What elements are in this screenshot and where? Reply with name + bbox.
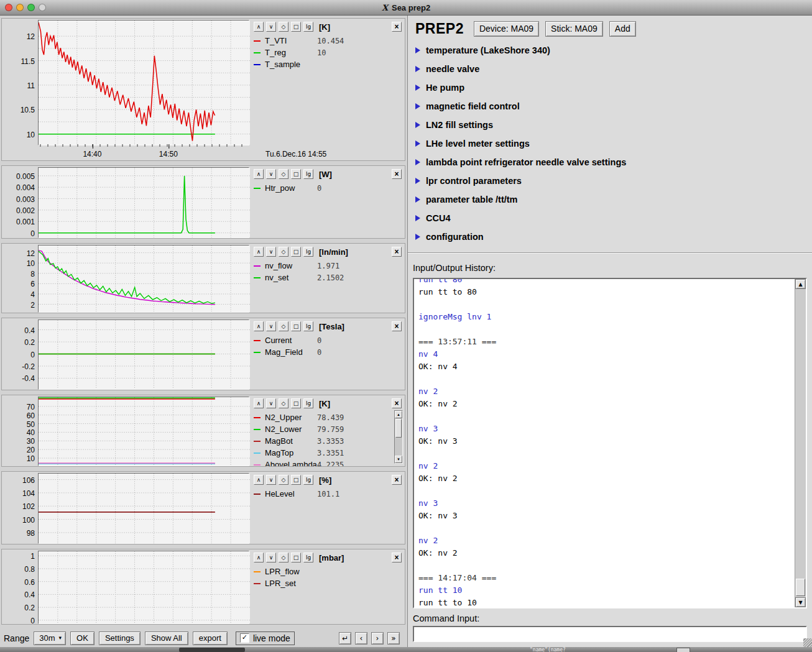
resize-grip[interactable] <box>803 638 812 647</box>
legend-entry[interactable]: Htr_pow0 <box>254 182 404 194</box>
down-arrow-button[interactable]: ∨ <box>266 553 276 562</box>
log-scale-button[interactable]: lg <box>303 475 313 485</box>
autoscale-button[interactable]: □ <box>291 247 301 257</box>
close-button[interactable]: × <box>392 22 402 32</box>
show-all-button[interactable]: Show All <box>145 631 188 645</box>
range-dropdown[interactable]: 30m ▾ <box>34 631 66 645</box>
export-button[interactable]: export <box>193 631 228 645</box>
log-scale-button[interactable]: lg <box>303 321 313 331</box>
legend-entry[interactable]: Mag_Field0 <box>254 346 404 358</box>
close-button[interactable]: × <box>392 398 402 408</box>
settings-button[interactable]: Settings <box>99 631 141 645</box>
live-mode-checkbox[interactable]: ✓ <box>240 633 249 643</box>
down-arrow-button[interactable]: ∨ <box>266 22 276 32</box>
autoscale-button[interactable]: □ <box>291 321 301 331</box>
zoom-reset-button[interactable]: ◇ <box>279 321 288 331</box>
legend-entry[interactable]: T_VTI10.454 <box>254 35 404 47</box>
autoscale-button[interactable]: □ <box>291 398 301 408</box>
plot-canvas[interactable] <box>38 551 249 624</box>
close-button[interactable]: × <box>392 247 402 257</box>
autoscale-button[interactable]: □ <box>291 22 301 32</box>
section-item[interactable]: temperature (LakeShore 340) <box>415 41 812 60</box>
legend-entry[interactable]: T_reg10 <box>254 47 404 58</box>
zoom-reset-button[interactable]: ◇ <box>279 398 288 408</box>
stick-button[interactable]: Stick: MA09 <box>545 21 603 37</box>
down-arrow-button[interactable]: ∨ <box>266 398 276 408</box>
device-button[interactable]: Device: MA09 <box>474 21 539 37</box>
add-button[interactable]: Add <box>609 21 636 37</box>
legend-entry[interactable]: nv_set2.1502 <box>254 272 404 283</box>
up-arrow-button[interactable]: ∧ <box>254 398 264 408</box>
section-item[interactable]: lpr control parameters <box>415 172 812 190</box>
legend-entry[interactable]: N2_Upper78.439 <box>254 411 392 423</box>
legend-entry[interactable]: MagTop3.3351 <box>254 447 392 459</box>
zoom-reset-button[interactable]: ◇ <box>279 475 288 485</box>
zoom-reset-button[interactable]: ◇ <box>279 247 288 257</box>
down-arrow-button[interactable]: ∨ <box>266 321 276 331</box>
legend-entry[interactable]: LPR_flow <box>254 566 404 577</box>
up-arrow-button[interactable]: ∧ <box>254 321 264 331</box>
section-item[interactable]: He pump <box>415 78 812 97</box>
section-item[interactable]: LHe level meter settings <box>415 134 812 153</box>
command-input[interactable] <box>413 626 807 642</box>
legend-scrollbar[interactable]: ▲▼ <box>394 410 403 464</box>
io-history-box[interactable]: run tt 80run tt to 80 ignoreMsg lnv 1 ==… <box>413 278 807 608</box>
log-scale-button[interactable]: lg <box>303 22 313 32</box>
legend-entry[interactable]: AboveLambda4.2235 <box>254 459 392 466</box>
scroll-up-arrow-icon[interactable]: ▲ <box>795 279 806 289</box>
legend-entry[interactable]: HeLevel101.1 <box>254 488 404 500</box>
legend-entry[interactable]: nv_flow1.971 <box>254 260 404 272</box>
close-button[interactable]: × <box>392 553 402 562</box>
legend-entry[interactable]: N2_Lower79.759 <box>254 423 392 435</box>
log-scale-button[interactable]: lg <box>303 553 313 562</box>
scroll-down-arrow-icon[interactable]: ▼ <box>795 597 806 607</box>
autoscale-button[interactable]: □ <box>291 553 301 562</box>
up-arrow-button[interactable]: ∧ <box>254 475 264 485</box>
legend-entry[interactable]: MagBot3.3353 <box>254 435 392 447</box>
up-arrow-button[interactable]: ∧ <box>254 169 264 179</box>
close-button[interactable]: × <box>392 475 402 485</box>
log-scale-button[interactable]: lg <box>303 247 313 257</box>
section-item[interactable]: needle valve <box>415 60 812 78</box>
plot-canvas[interactable] <box>38 397 249 466</box>
ok-button[interactable]: OK <box>70 631 95 645</box>
history-scrollbar[interactable]: ▲ ▼ <box>795 279 806 607</box>
plot-canvas[interactable] <box>38 245 249 313</box>
section-item[interactable]: LN2 fill settings <box>415 116 812 134</box>
zoom-reset-button[interactable]: ◇ <box>279 22 288 32</box>
autoscale-button[interactable]: □ <box>291 169 301 179</box>
plot-canvas[interactable] <box>38 167 249 238</box>
scrollbar-thumb[interactable] <box>395 419 402 438</box>
plot-canvas[interactable] <box>38 319 249 390</box>
log-scale-button[interactable]: lg <box>303 169 313 179</box>
section-item[interactable]: configuration <box>415 227 812 246</box>
zoom-reset-button[interactable]: ◇ <box>279 553 288 562</box>
plot-canvas[interactable] <box>38 473 249 544</box>
return-nav-button[interactable]: ↵ <box>339 632 351 645</box>
up-arrow-button[interactable]: ∧ <box>254 553 264 562</box>
close-button[interactable]: × <box>392 169 402 179</box>
zoom-reset-button[interactable]: ◇ <box>279 169 288 179</box>
page-end-button[interactable]: » <box>387 632 400 645</box>
section-item[interactable]: CCU4 <box>415 209 812 227</box>
legend-entry[interactable]: Current0 <box>254 334 404 346</box>
legend-entry[interactable]: LPR_set <box>254 577 404 589</box>
scroll-down-arrow-icon[interactable]: ▼ <box>395 456 402 463</box>
scroll-up-arrow-icon[interactable]: ▲ <box>395 411 402 418</box>
up-arrow-button[interactable]: ∧ <box>254 22 264 32</box>
log-scale-button[interactable]: lg <box>303 398 313 408</box>
scrollbar-thumb[interactable] <box>796 579 805 596</box>
page-left-button[interactable]: ‹ <box>355 632 367 645</box>
live-mode-toggle[interactable]: ✓ live mode <box>236 631 295 645</box>
page-right-button[interactable]: › <box>371 632 384 645</box>
close-button[interactable]: × <box>392 321 402 331</box>
up-arrow-button[interactable]: ∧ <box>254 247 264 257</box>
legend-entry[interactable]: T_sample <box>254 58 404 70</box>
section-item[interactable]: parameter table /tt/tm <box>415 190 812 209</box>
down-arrow-button[interactable]: ∨ <box>266 247 276 257</box>
down-arrow-button[interactable]: ∨ <box>266 475 276 485</box>
plot-canvas[interactable] <box>38 20 249 145</box>
section-item[interactable]: magnetic field control <box>415 97 812 116</box>
autoscale-button[interactable]: □ <box>291 475 301 485</box>
down-arrow-button[interactable]: ∨ <box>266 169 276 179</box>
